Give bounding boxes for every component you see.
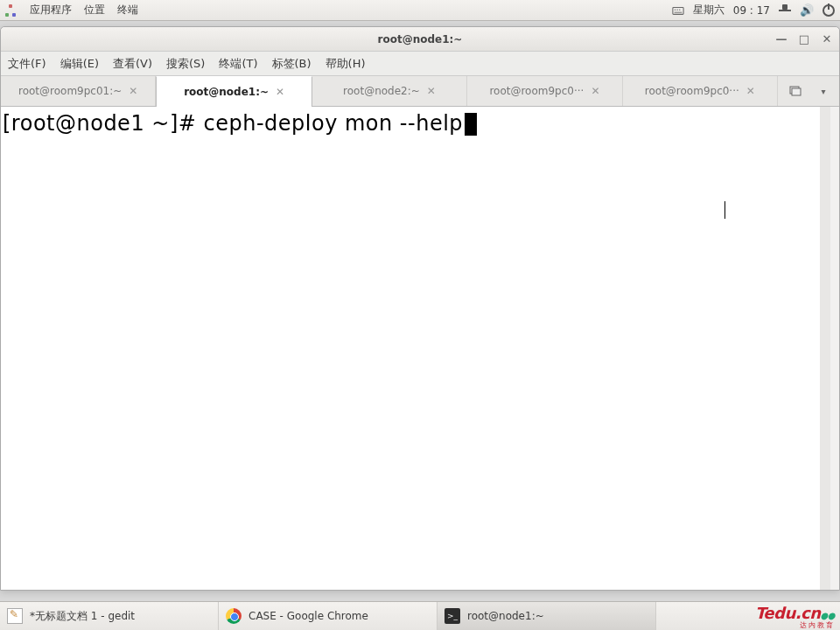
minimize-button[interactable]: — bbox=[774, 32, 788, 46]
svg-rect-0 bbox=[673, 7, 683, 14]
command-text: ceph-deploy mon --help bbox=[203, 111, 463, 136]
menu-help[interactable]: 帮助(H) bbox=[326, 56, 366, 72]
power-icon[interactable] bbox=[822, 4, 835, 17]
svg-point-4 bbox=[679, 9, 680, 10]
maximize-button[interactable]: □ bbox=[797, 32, 811, 46]
terminal-icon: >_ bbox=[444, 608, 460, 624]
tab-label: root@room9pc0··· bbox=[645, 85, 739, 97]
tab-label: root@room9pc0··· bbox=[489, 85, 584, 97]
menu-view[interactable]: 查看(V) bbox=[113, 56, 152, 72]
watermark: Tedu.cn●● 达内教育 bbox=[755, 604, 835, 630]
task-label: *无标题文档 1 - gedit bbox=[30, 609, 135, 624]
menu-bar: 文件(F) 编辑(E) 查看(V) 搜索(S) 终端(T) 标签(B) 帮助(H… bbox=[1, 52, 839, 76]
menu-search[interactable]: 搜索(S) bbox=[166, 56, 205, 72]
menu-edit[interactable]: 编辑(E) bbox=[60, 56, 99, 72]
tab-label: root@node1:~ bbox=[184, 86, 269, 98]
terminal-line: [root@node1 ~]# ceph-deploy mon --help bbox=[3, 110, 818, 137]
close-icon[interactable]: ✕ bbox=[591, 85, 599, 97]
gedit-icon bbox=[7, 608, 23, 624]
tab-3[interactable]: root@room9pc0···✕ bbox=[467, 76, 622, 106]
chrome-icon bbox=[226, 608, 242, 624]
svg-point-2 bbox=[675, 9, 676, 10]
tab-4[interactable]: root@room9pc0···✕ bbox=[623, 76, 778, 106]
prompt: [root@node1 ~]# bbox=[3, 111, 203, 136]
menu-places[interactable]: 位置 bbox=[84, 3, 105, 18]
mouse-text-cursor-icon bbox=[724, 201, 725, 219]
network-icon[interactable] bbox=[779, 4, 791, 17]
menu-tabs[interactable]: 标签(B) bbox=[272, 56, 312, 72]
terminal-viewport[interactable]: [root@node1 ~]# ceph-deploy mon --help bbox=[1, 107, 830, 590]
close-icon[interactable]: ✕ bbox=[129, 85, 137, 97]
gnome-top-panel: 应用程序 位置 终端 星期六 09 : 17 🔊 bbox=[0, 0, 840, 21]
svg-point-3 bbox=[676, 9, 677, 10]
tab-overflow-button[interactable]: ▾ bbox=[813, 76, 834, 106]
window-title-bar[interactable]: root@node1:~ — □ ✕ bbox=[1, 27, 839, 52]
watermark-logo: Tedu.cn bbox=[755, 604, 821, 622]
taskbar: *无标题文档 1 - gedit CASE - Google Chrome >_… bbox=[0, 601, 840, 630]
keyboard-icon[interactable] bbox=[672, 4, 684, 17]
close-icon[interactable]: ✕ bbox=[427, 85, 436, 97]
task-terminal[interactable]: >_ root@node1:~ bbox=[438, 602, 656, 630]
clock-day[interactable]: 星期六 bbox=[693, 3, 724, 18]
tab-bar: root@room9pc01:~✕ root@node1:~✕ root@nod… bbox=[1, 76, 839, 107]
terminal-window: root@node1:~ — □ ✕ 文件(F) 编辑(E) 查看(V) 搜索(… bbox=[0, 26, 840, 591]
menu-applications[interactable]: 应用程序 bbox=[30, 3, 72, 18]
menu-terminal[interactable]: 终端(T) bbox=[219, 56, 257, 72]
window-title: root@node1:~ bbox=[378, 33, 463, 46]
menu-terminal[interactable]: 终端 bbox=[117, 3, 138, 18]
cursor-icon bbox=[465, 113, 477, 136]
close-icon[interactable]: ✕ bbox=[276, 86, 284, 98]
task-label: CASE - Google Chrome bbox=[248, 610, 368, 622]
close-icon[interactable]: ✕ bbox=[746, 85, 755, 97]
menu-file[interactable]: 文件(F) bbox=[8, 56, 46, 72]
new-tab-button[interactable] bbox=[778, 76, 813, 106]
tab-label: root@node2:~ bbox=[343, 85, 420, 97]
volume-icon[interactable]: 🔊 bbox=[800, 4, 814, 17]
tab-1[interactable]: root@node1:~✕ bbox=[156, 76, 312, 107]
tab-0[interactable]: root@room9pc01:~✕ bbox=[1, 76, 156, 106]
tab-2[interactable]: root@node2:~✕ bbox=[312, 76, 467, 106]
task-gedit[interactable]: *无标题文档 1 - gedit bbox=[0, 602, 219, 630]
activities-icon[interactable] bbox=[5, 4, 18, 17]
task-label: root@node1:~ bbox=[467, 610, 544, 622]
close-button[interactable]: ✕ bbox=[820, 32, 834, 46]
task-chrome[interactable]: CASE - Google Chrome bbox=[219, 602, 438, 630]
clock-time[interactable]: 09 : 17 bbox=[733, 4, 770, 17]
svg-rect-6 bbox=[792, 88, 801, 95]
tab-label: root@room9pc01:~ bbox=[18, 85, 122, 97]
